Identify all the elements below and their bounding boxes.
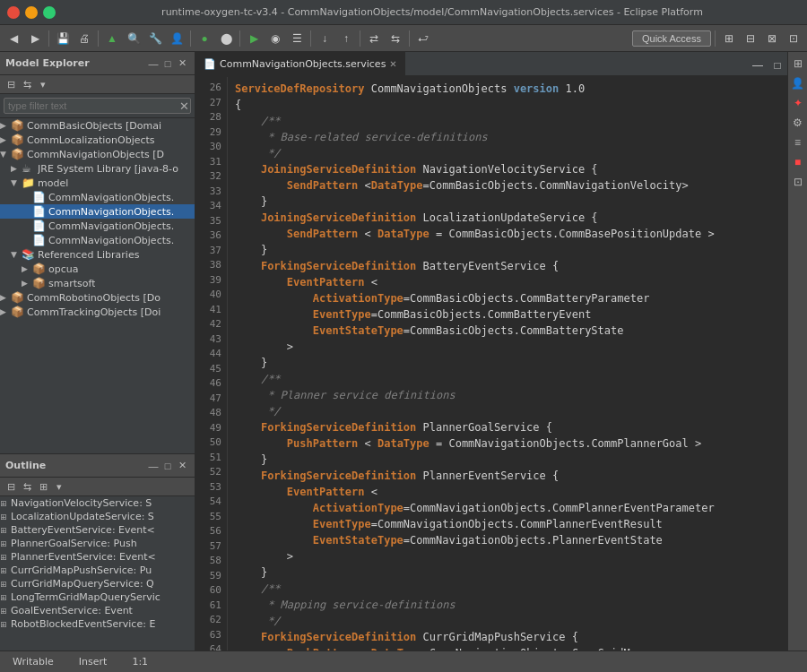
toolbar-btn-14[interactable]: ⊠ [762, 29, 782, 48]
model-explorer-close-btn[interactable]: ✕ [175, 56, 189, 71]
outline-item[interactable]: ⊞PlannerEventService: Event< [0, 550, 195, 564]
link-editor-btn[interactable]: ⇆ [20, 77, 34, 91]
outline-item[interactable]: ⊞RobotBlockedEventService: E [0, 617, 195, 631]
toolbar-btn-tools[interactable]: 🔧 [145, 29, 165, 48]
tree-item-label: CommRobotinoObjects [Do [27, 292, 161, 304]
editor-tab-max-btn[interactable]: □ [768, 56, 787, 75]
toolbar-btn-13[interactable]: ⊟ [741, 29, 760, 48]
model-explorer-tree[interactable]: ▶📦CommBasicObjects [Domai▶📦CommLocalizat… [0, 118, 195, 453]
toolbar-btn-dot[interactable]: ⬤ [216, 29, 236, 48]
tree-item[interactable]: ▶📦CommTrackingObjects [Doi [0, 305, 195, 319]
toolbar-btn-2[interactable]: ▶ [25, 29, 45, 48]
tree-item[interactable]: ▶📦CommLocalizationObjects [0, 133, 195, 147]
line-number: 62 [201, 613, 221, 628]
line-number: 50 [201, 435, 221, 451]
tree-item[interactable]: ▼📦CommNavigationObjects [D [0, 147, 195, 161]
tree-item[interactable]: 📄CommNavigationObjects. [0, 233, 195, 247]
outline-btn3[interactable]: ⊞ [36, 479, 50, 494]
outline-item[interactable]: ⊞BatteryEventService: Event< [0, 523, 195, 537]
code-line: } [235, 564, 780, 581]
editor-tab-active[interactable]: 📄 CommNavigationObjects.services ✕ [195, 52, 405, 75]
tree-arrow: ▶ [22, 264, 32, 273]
outline-item[interactable]: ⊞LongTermGridMapQueryServic [0, 590, 195, 604]
tree-arrow: ▼ [0, 150, 11, 159]
toolbar-btn-1[interactable]: ◀ [4, 29, 23, 48]
model-explorer-maximize-btn[interactable]: □ [161, 56, 175, 71]
filter-clear-btn[interactable]: ✕ [179, 100, 189, 112]
code-line: PushPattern <DataType=CommNavigationObje… [235, 645, 780, 650]
filter-input[interactable] [4, 98, 191, 114]
right-btn-1[interactable]: ⊞ [790, 56, 806, 72]
minimize-button[interactable] [25, 6, 38, 19]
toolbar-btn-run[interactable]: ▶ [244, 29, 264, 48]
code-line: EventPattern < [235, 484, 780, 500]
code-line: ServiceDefRepository CommNavigationObjec… [235, 81, 780, 97]
toolbar-btn-save[interactable]: 💾 [53, 29, 73, 48]
outline-item-label: PlannerGoalService: Push [11, 538, 137, 549]
tree-item[interactable]: ▶📦opcua [0, 262, 195, 276]
code-lines[interactable]: ServiceDefRepository CommNavigationObjec… [228, 77, 787, 650]
maximize-button[interactable] [43, 6, 56, 19]
outline-btn2[interactable]: ⇆ [20, 479, 34, 494]
right-btn-4[interactable]: ⚙ [790, 115, 806, 131]
toolbar-btn-8[interactable]: ↑ [336, 29, 356, 48]
toolbar-btn-9[interactable]: ⇄ [364, 29, 384, 48]
right-btn-5[interactable]: ≡ [790, 134, 806, 151]
outline-item[interactable]: ⊞CurrGridMapPushService: Pu [0, 564, 195, 577]
tree-item[interactable]: ▶📦CommRobotinoObjects [Do [0, 290, 195, 305]
tree-item[interactable]: ▶📦smartsoft [0, 276, 195, 290]
tree-item[interactable]: ▶📦CommBasicObjects [Domai [0, 118, 195, 133]
toolbar-btn-11[interactable]: ⮐ [413, 29, 433, 48]
code-editor[interactable]: 2627282930313233343536373839404142434445… [195, 77, 787, 650]
toolbar-btn-7[interactable]: ↓ [315, 29, 334, 48]
code-line: ForkingServiceDefinition CurrGridMapPush… [235, 629, 780, 645]
toolbar-btn-search[interactable]: 🔍 [124, 29, 143, 48]
right-btn-7[interactable]: ⊡ [790, 174, 806, 190]
outline-item[interactable]: ⊞NavigationVelocityService: S [0, 496, 195, 510]
toolbar-separator-3 [190, 30, 191, 47]
outline-menu-btn[interactable]: ▾ [52, 479, 66, 494]
tree-icon: 📦 [11, 119, 25, 132]
model-explorer-minimize-btn[interactable]: — [146, 56, 161, 71]
outline-btn1[interactable]: ⊟ [4, 479, 18, 494]
editor-tab-icon: 📄 [204, 58, 216, 70]
tree-item[interactable]: ▼📁model [0, 176, 195, 190]
toolbar-btn-10[interactable]: ⇆ [386, 29, 405, 48]
toolbar-btn-green[interactable]: ▲ [102, 29, 122, 48]
line-number: 43 [201, 332, 221, 348]
outline-item[interactable]: ⊞GoalEventService: Event [0, 604, 195, 617]
code-line: ForkingServiceDefinition PlannerEventSer… [235, 468, 780, 484]
toolbar-btn-print[interactable]: 🖨 [74, 29, 94, 48]
outline-item[interactable]: ⊞LocalizationUpdateService: S [0, 510, 195, 523]
outline-maximize-btn[interactable]: □ [161, 459, 175, 473]
tree-icon: 📦 [11, 291, 25, 304]
toolbar-btn-15[interactable]: ⊡ [784, 29, 803, 48]
tree-item[interactable]: ▶☕JRE System Library [java-8-o [0, 161, 195, 176]
toolbar-btn-person[interactable]: 👤 [167, 29, 187, 48]
toolbar-btn-5[interactable]: ◉ [265, 29, 285, 48]
toolbar-separator-1 [48, 30, 49, 47]
toolbar-btn-circle[interactable]: ● [195, 29, 214, 48]
editor-tab-min-btn[interactable]: — [748, 56, 768, 75]
outline-close-btn[interactable]: ✕ [175, 459, 189, 473]
right-btn-2[interactable]: 👤 [790, 75, 806, 91]
toolbar-btn-6[interactable]: ☰ [287, 29, 307, 48]
outline-tree[interactable]: ⊞NavigationVelocityService: S⊞Localizati… [0, 496, 195, 650]
outline-item[interactable]: ⊞CurrGridMapQueryService: Q [0, 577, 195, 590]
tree-item[interactable]: ▼📚Referenced Libraries [0, 247, 195, 262]
close-button[interactable] [7, 6, 20, 19]
toolbar-btn-12[interactable]: ⊞ [719, 29, 739, 48]
toolbar-separator-8 [715, 30, 716, 47]
quick-access-button[interactable]: Quick Access [632, 30, 711, 47]
right-btn-3[interactable]: ✦ [790, 95, 806, 111]
right-btn-6[interactable]: ■ [790, 154, 806, 170]
outline-minimize-btn[interactable]: — [146, 459, 161, 473]
tree-item[interactable]: 📄CommNavigationObjects. [0, 204, 195, 219]
tree-item[interactable]: 📄CommNavigationObjects. [0, 219, 195, 233]
outline-item-label: PlannerEventService: Event< [11, 551, 156, 563]
collapse-all-btn[interactable]: ⊟ [4, 77, 18, 91]
outline-item[interactable]: ⊞PlannerGoalService: Push [0, 537, 195, 550]
model-explorer-menu-btn[interactable]: ▾ [36, 77, 50, 91]
editor-tab-close-btn[interactable]: ✕ [389, 59, 396, 69]
tree-item[interactable]: 📄CommNavigationObjects. [0, 190, 195, 204]
